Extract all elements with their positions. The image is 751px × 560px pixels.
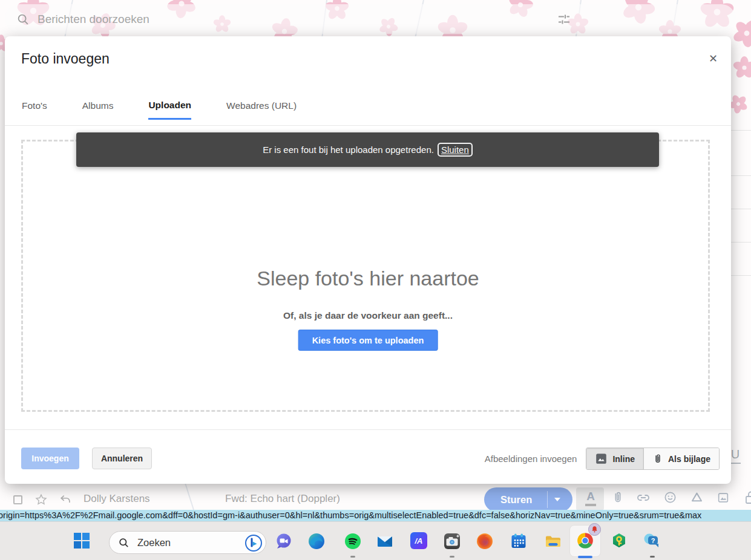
screen: Berichten doorzoeken U Dolly Karstens Fw…	[0, 0, 751, 560]
upload-panel: Er is een fout bij het uploaden opgetred…	[5, 125, 731, 429]
attachment-option-label: Als bijlage	[668, 454, 710, 464]
insert-mode-label: Afbeeldingen invoegen	[485, 454, 577, 464]
attachment-option[interactable]: Als bijlage	[644, 448, 719, 469]
file-explorer-icon[interactable]	[544, 532, 562, 550]
insert-mode-toggle: Inline Als bijlage	[586, 448, 720, 470]
bell-icon	[591, 526, 599, 533]
inline-option-label: Inline	[612, 454, 635, 464]
spotify-running-indicator	[350, 556, 355, 558]
dialog-tabs: Foto's Albums Uploaden Webadres (URL)	[22, 92, 297, 120]
calendar-icon[interactable]	[510, 532, 528, 550]
camera-running-indicator	[450, 556, 454, 558]
mail-icon[interactable]	[376, 532, 394, 550]
chrome-notification-bell-badge	[588, 523, 601, 536]
taskbar-search-placeholder: Zoeken	[137, 537, 171, 549]
inline-image-icon	[595, 452, 608, 465]
windows-start-icon[interactable]	[73, 532, 90, 549]
chrome-active-indicator	[578, 556, 592, 558]
dropzone-headline: Sleep foto's hier naartoe	[5, 267, 731, 290]
firefox-icon[interactable]	[476, 532, 494, 550]
bing-chat-icon[interactable]	[244, 534, 263, 552]
browser-status-bar: origin=https%3A%2F%2Fmail.google.com&dff…	[0, 510, 751, 521]
dialog-footer: Invoegen Annuleren Afbeeldingen invoegen…	[5, 429, 731, 484]
tab-webadres[interactable]: Webadres (URL)	[226, 92, 297, 120]
teams-chat-icon[interactable]	[275, 532, 293, 550]
dialog-title: Foto invoegen	[21, 51, 110, 67]
status-url: origin=https%3A%2F%2Fmail.google.com&dff…	[0, 510, 701, 520]
ma-app-icon[interactable]: /A	[410, 532, 427, 549]
edge-icon[interactable]	[307, 532, 326, 550]
tab-albums[interactable]: Albums	[82, 92, 114, 120]
windows-taskbar: Zoeken	[0, 521, 751, 560]
inline-option[interactable]: Inline	[586, 448, 644, 469]
camera-app-icon[interactable]	[443, 532, 461, 550]
insert-button[interactable]: Invoegen	[21, 448, 79, 469]
svg-text:?: ?	[651, 537, 655, 544]
get-help-icon[interactable]: ?	[643, 532, 662, 550]
tab-fotos[interactable]: Foto's	[22, 92, 47, 120]
cancel-button[interactable]: Annuleren	[92, 448, 152, 469]
upload-error-toast: Er is een fout bij het uploaden opgetred…	[76, 132, 659, 167]
choose-photos-button[interactable]: Kies foto's om te uploaden	[298, 330, 438, 351]
dropzone-subline: Of, als je daar de voorkeur aan geeft...	[5, 310, 731, 321]
close-icon[interactable]: ✕	[709, 52, 718, 65]
paperclip-icon	[652, 452, 663, 466]
kaspersky-password-icon[interactable]	[610, 532, 628, 550]
toast-close-link[interactable]: Sluiten	[438, 143, 473, 157]
insert-photo-dialog: Foto invoegen ✕ Foto's Albums Uploaden W…	[5, 36, 731, 484]
spotify-icon[interactable]	[344, 532, 362, 550]
ma-app-glyph: /A	[415, 536, 423, 545]
tab-uploaden[interactable]: Uploaden	[148, 92, 191, 120]
toast-message: Er is een fout bij het uploaden opgetred…	[263, 145, 434, 155]
taskbar-search-icon	[118, 537, 130, 549]
taskbar-search-box[interactable]: Zoeken	[109, 531, 266, 554]
help-running-indicator	[650, 556, 655, 558]
